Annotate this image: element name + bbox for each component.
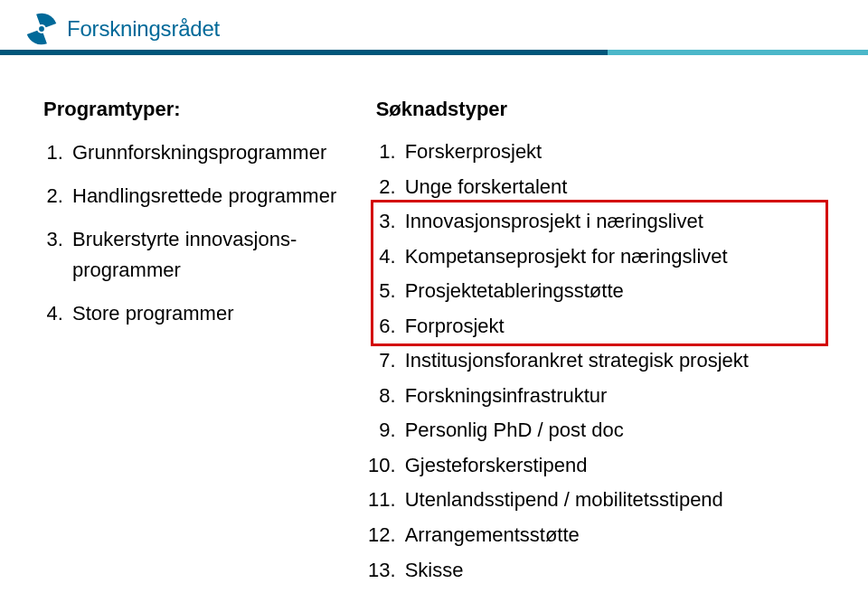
svg-point-1 — [39, 26, 44, 32]
list-item: Unge forskertalent — [401, 173, 825, 202]
content-area: Programtyper: Grunnforskningsprogrammer … — [0, 63, 868, 590]
program-types-heading: Programtyper: — [43, 98, 354, 121]
list-item: Personlig PhD / post doc — [401, 416, 825, 446]
list-item: Utenlandsstipend / mobilitetsstipend — [401, 485, 825, 515]
brand-mark-icon — [25, 13, 58, 45]
list-item: Kompetanseprosjekt for næringslivet — [401, 242, 825, 272]
list-item: Forprosjekt — [401, 312, 825, 342]
header-bar: Forskningsrådet — [0, 0, 868, 63]
list-item: Gjesteforskerstipend — [401, 451, 825, 481]
list-item: Brukerstyrte innovasjons-programmer — [69, 224, 354, 286]
list-item: Store programmer — [69, 298, 354, 329]
program-types-column: Programtyper: Grunnforskningsprogrammer … — [43, 98, 354, 590]
list-item: Forskningsinfrastruktur — [401, 381, 825, 411]
list-item: Skisse — [401, 556, 825, 586]
list-item: Innovasjonsprosjekt i næringslivet — [401, 207, 825, 237]
list-item: Arrangementsstøtte — [401, 521, 825, 551]
application-types-column: Søknadstyper Forskerprosjekt Unge forske… — [376, 98, 825, 590]
list-item: Grunnforskningsprogrammer — [69, 137, 354, 168]
brand-text: Forskningsrådet — [67, 16, 220, 42]
accent-bar — [0, 50, 868, 55]
list-item: Prosjektetableringsstøtte — [401, 277, 825, 306]
list-item: Institusjonsforankret strategisk prosjek… — [401, 346, 825, 376]
list-item: Handlingsrettede programmer — [69, 181, 354, 212]
application-types-list: Forskerprosjekt Unge forskertalent Innov… — [376, 137, 825, 585]
list-item: Forskerprosjekt — [401, 137, 825, 167]
program-types-list: Grunnforskningsprogrammer Handlingsrette… — [43, 137, 354, 329]
brand-logo: Forskningsrådet — [25, 13, 220, 45]
application-types-heading: Søknadstyper — [376, 98, 825, 121]
